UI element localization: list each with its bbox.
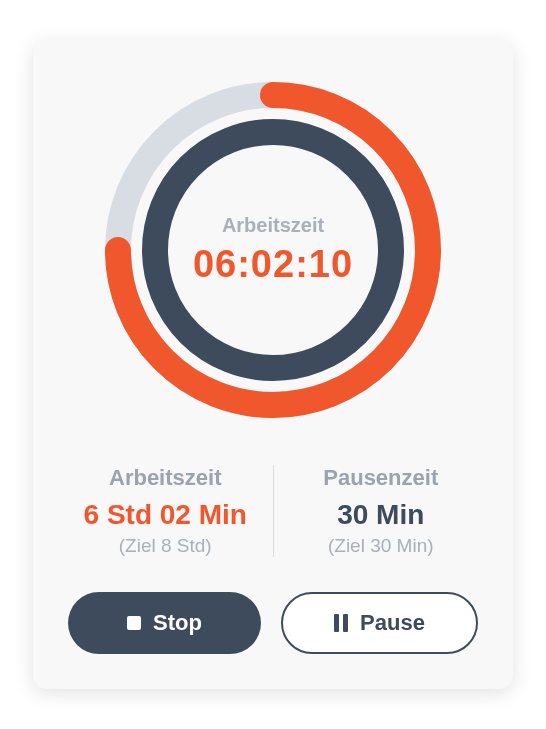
stop-button-label: Stop (153, 610, 202, 636)
stats-row: Arbeitszeit 6 Std 02 Min (Ziel 8 Std) Pa… (68, 465, 478, 557)
break-time-target: (Ziel 30 Min) (284, 535, 479, 557)
pause-icon (334, 614, 348, 632)
timer-card: Arbeitszeit 06:02:10 Arbeitszeit 6 Std 0… (33, 40, 513, 689)
work-time-value: 6 Std 02 Min (68, 499, 263, 531)
break-time-title: Pausenzeit (284, 465, 479, 491)
buttons-row: Stop Pause (68, 592, 478, 654)
stop-button[interactable]: Stop (68, 592, 261, 654)
break-time-stat: Pausenzeit 30 Min (Ziel 30 Min) (284, 465, 479, 557)
timer-ring: Arbeitszeit 06:02:10 (103, 80, 443, 420)
work-time-title: Arbeitszeit (68, 465, 263, 491)
timer-value: 06:02:10 (193, 243, 353, 286)
timer-ring-container: Arbeitszeit 06:02:10 (68, 80, 478, 420)
break-time-value: 30 Min (284, 499, 479, 531)
work-time-stat: Arbeitszeit 6 Std 02 Min (Ziel 8 Std) (68, 465, 263, 557)
timer-label: Arbeitszeit (193, 214, 353, 237)
stop-icon (127, 616, 141, 630)
work-time-target: (Ziel 8 Std) (68, 535, 263, 557)
stat-divider (273, 465, 274, 557)
pause-button-label: Pause (360, 610, 425, 636)
pause-button[interactable]: Pause (281, 592, 478, 654)
timer-center: Arbeitszeit 06:02:10 (193, 214, 353, 286)
